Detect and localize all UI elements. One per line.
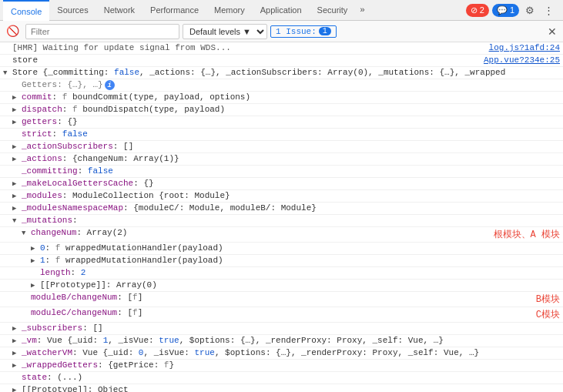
log-line: _modulesNamespaceMap: {moduleC/: Module,… [0, 203, 563, 215]
tab-sources[interactable]: Sources [49, 0, 96, 21]
expand-arrow[interactable] [12, 92, 22, 102]
log-line: strict: false [0, 129, 563, 141]
log-text: Store {_committing: false, _actions: {…}… [12, 68, 560, 77]
tab-security[interactable]: Security [310, 0, 356, 21]
annotation-c: C模块 [536, 308, 560, 321]
log-text: _modules: ModuleCollection {root: Module… [22, 191, 560, 200]
tab-console[interactable]: Console [3, 0, 49, 21]
more-options-icon[interactable]: ⋮ [541, 3, 557, 18]
expand-arrow[interactable] [12, 105, 22, 114]
log-text: [HMR] Waiting for update signal from WDS… [12, 43, 483, 52]
log-line: Getters: {…}, …}i [0, 79, 563, 92]
log-line: store App.vue?234e:25 [0, 55, 563, 67]
log-line: 0: f wrappedMutationHandler(payload) [0, 243, 563, 255]
log-source[interactable]: App.vue?234e:25 [478, 55, 560, 65]
log-text: dispatch: f boundDispatch(type, payload) [22, 105, 560, 114]
tab-more-button[interactable]: » [355, 2, 370, 18]
error-badge[interactable]: ⊘ 2 [466, 4, 489, 17]
log-line: getters: {} [0, 116, 563, 129]
log-line: _subscribers: [] [0, 323, 563, 335]
tab-memory[interactable]: Memory [206, 0, 253, 21]
log-text: _mutations: [22, 216, 560, 225]
log-line: _vm: Vue {_uid: 1, _isVue: true, $option… [0, 335, 563, 347]
devtools-panel: Console Sources Network Performance Memo… [0, 0, 563, 392]
expand-arrow[interactable] [31, 280, 40, 290]
info-icon[interactable]: i [105, 80, 115, 90]
log-line: moduleB/changeNum: [f] B模块 [0, 292, 563, 307]
tab-application[interactable]: Application [253, 0, 310, 21]
annotation-b: B模块 [536, 293, 560, 306]
log-line: commit: f boundCommit(type, payload, opt… [0, 92, 563, 104]
expand-arrow[interactable] [12, 323, 22, 333]
log-line: length: 2 [0, 267, 563, 280]
expand-arrow[interactable] [31, 243, 40, 253]
log-line: [[Prototype]]: Object [0, 384, 563, 392]
log-line: [HMR] Waiting for update signal from WDS… [0, 42, 563, 55]
log-text: _vm: Vue {_uid: 1, _isVue: true, $option… [22, 336, 560, 345]
expand-arrow[interactable] [12, 191, 22, 200]
log-line: state: (...) [0, 372, 563, 384]
log-line: 1: f wrappedMutationHandler(payload) [0, 255, 563, 267]
log-text: _actions: {changeNum: Array(1)} [22, 154, 560, 163]
log-text: commit: f boundCommit(type, payload, opt… [22, 92, 560, 102]
log-text: 1: f wrappedMutationHandler(payload) [40, 256, 560, 265]
log-text: _subscribers: [] [22, 323, 560, 333]
expand-arrow[interactable] [31, 256, 40, 265]
message-badge[interactable]: 💬 1 [492, 4, 519, 17]
log-line: _watcherVM: Vue {_uid: 0, _isVue: true, … [0, 347, 563, 360]
log-line: Store {_committing: false, _actions: {…}… [0, 67, 563, 79]
log-line: _modules: ModuleCollection {root: Module… [0, 190, 563, 203]
issue-label: 1 Issue: [276, 27, 317, 36]
expand-arrow[interactable] [12, 216, 22, 225]
expand-arrow[interactable] [12, 154, 22, 163]
log-text: 0: f wrappedMutationHandler(payload) [40, 243, 560, 253]
log-line: dispatch: f boundDispatch(type, payload) [0, 104, 563, 116]
error-count: 2 [480, 5, 484, 15]
log-text: moduleC/changeNum: [f] [31, 308, 531, 317]
expand-arrow[interactable] [12, 142, 22, 151]
tab-performance[interactable]: Performance [142, 0, 206, 21]
log-line: _wrappedGetters: {getPrice: f} [0, 360, 563, 372]
log-text: changeNum: Array(2) [31, 228, 489, 237]
settings-icon[interactable]: ⚙ [522, 3, 538, 18]
close-filter-button[interactable]: ✕ [545, 25, 560, 38]
message-count: 1 [510, 5, 514, 15]
issue-count: 1 [319, 27, 331, 35]
log-line: _makeLocalGettersCache: {} [0, 178, 563, 190]
expand-arrow[interactable] [3, 68, 12, 77]
log-source[interactable]: log.js?1afd:24 [483, 43, 560, 52]
expand-arrow[interactable] [12, 179, 22, 188]
log-text: _makeLocalGettersCache: {} [22, 179, 560, 188]
tab-network[interactable]: Network [96, 0, 142, 21]
log-line: [[Prototype]]: Array(0) [0, 280, 563, 292]
expand-arrow[interactable] [12, 117, 22, 126]
console-content[interactable]: [HMR] Waiting for update signal from WDS… [0, 42, 563, 392]
log-line: _actionSubscribers: [] [0, 141, 563, 153]
log-text: [[Prototype]]: Array(0) [40, 280, 560, 290]
annotation-a: 根模块、A 模块 [494, 228, 560, 241]
message-icon: 💬 [497, 5, 508, 15]
error-icon: ⊘ [471, 5, 478, 15]
level-select[interactable]: Default levels ▼ [183, 24, 267, 39]
console-toolbar: 🚫 Default levels ▼ 1 Issue: 1 ✕ [0, 21, 563, 42]
expand-arrow[interactable] [12, 348, 22, 357]
clear-console-icon[interactable]: 🚫 [3, 23, 22, 39]
log-line: _actions: {changeNum: Array(1)} [0, 153, 563, 166]
issue-badge[interactable]: 1 Issue: 1 [270, 25, 337, 38]
expand-arrow[interactable] [12, 203, 22, 213]
log-text: _wrappedGetters: {getPrice: f} [22, 360, 560, 370]
log-text: strict: false [22, 129, 560, 139]
log-text: _watcherVM: Vue {_uid: 0, _isVue: true, … [22, 348, 560, 357]
log-text: _modulesNamespaceMap: {moduleC/: Module,… [22, 203, 560, 213]
log-text: store [12, 55, 478, 65]
expand-arrow[interactable] [22, 228, 31, 237]
expand-arrow[interactable] [12, 385, 22, 392]
log-line: moduleC/changeNum: [f] C模块 [0, 307, 563, 323]
log-line: changeNum: Array(2) 根模块、A 模块 [0, 227, 563, 243]
log-text: _actionSubscribers: [] [22, 142, 560, 151]
expand-arrow[interactable] [12, 336, 22, 345]
filter-input[interactable] [25, 24, 179, 39]
expand-arrow[interactable] [12, 360, 22, 370]
log-text: _committing: false [22, 166, 560, 176]
log-line: _committing: false [0, 166, 563, 178]
